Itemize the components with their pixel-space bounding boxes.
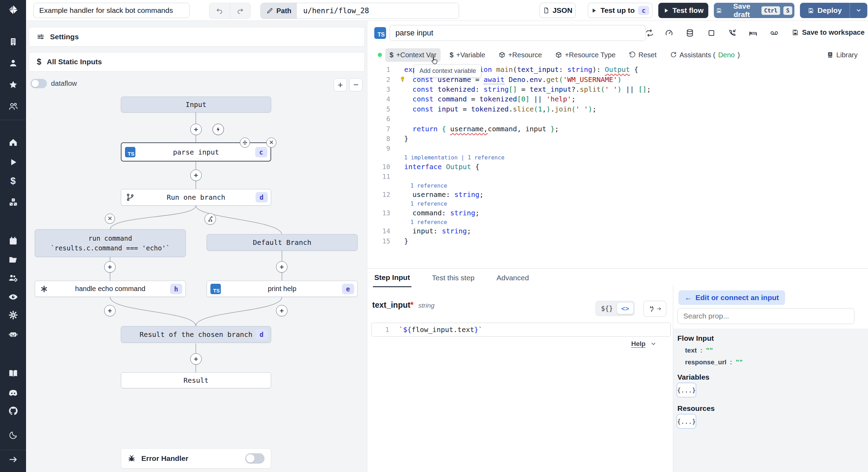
add-step-button[interactable]: +	[276, 261, 287, 273]
dark-mode-moon-icon[interactable]	[8, 430, 18, 440]
redo-button[interactable]	[230, 3, 251, 18]
move-node-button[interactable]	[240, 138, 250, 148]
delete-node-button[interactable]: ✕	[266, 138, 276, 148]
ai-robot-icon[interactable]	[8, 329, 18, 339]
deploy-menu-button[interactable]	[850, 3, 867, 18]
resources-object-button[interactable]: {...}	[677, 414, 696, 429]
flow-node-input[interactable]: Input	[121, 97, 271, 113]
code-line[interactable]: 12 username: string;	[367, 190, 864, 199]
code-line[interactable]: 6	[367, 114, 864, 124]
code-line[interactable]: 13 command: string;	[367, 208, 864, 218]
zoom-out-button[interactable]: −	[349, 78, 362, 91]
error-handler-toggle[interactable]	[245, 453, 265, 464]
help-link[interactable]: Help	[631, 340, 645, 348]
add-variable-button[interactable]: $ +Variable	[445, 48, 490, 62]
flow-node-handle-echo-command[interactable]: handle echo command h	[35, 281, 186, 297]
code-line[interactable]: 14 input: string;	[367, 226, 864, 236]
flow-node-branch-result[interactable]: Result of the chosen branch d	[121, 326, 271, 343]
runs-play-icon[interactable]	[8, 158, 18, 167]
docs-book-icon[interactable]	[8, 368, 18, 379]
path-field[interactable]: Path u/henri/flow_28	[260, 3, 459, 19]
connect-input-plug-button[interactable]	[643, 301, 666, 317]
database-cache-icon[interactable]	[685, 28, 694, 38]
prop-row-text[interactable]: text:""	[685, 347, 713, 354]
flow-node-result[interactable]: Result	[121, 372, 271, 388]
schedules-calendar-icon[interactable]	[8, 236, 18, 246]
discord-icon[interactable]	[8, 388, 18, 399]
add-step-button[interactable]: +	[190, 353, 202, 365]
code-mode-button[interactable]: <>	[617, 303, 633, 314]
test-flow-button[interactable]: Test flow	[658, 3, 708, 18]
variables-dollar-icon[interactable]: $	[10, 176, 16, 187]
codelens[interactable]: 1 reference	[367, 181, 864, 190]
remove-branch-button[interactable]: ✕	[105, 214, 115, 224]
save-draft-button[interactable]: Save draft Ctrl S	[714, 3, 794, 18]
add-resource-type-button[interactable]: +Resource Type	[551, 48, 620, 62]
folders-icon[interactable]	[8, 255, 18, 265]
repeat-retries-icon[interactable]	[645, 28, 654, 38]
flow-node-print-help[interactable]: TS print help e	[207, 281, 358, 297]
tab-test-this-step[interactable]: Test this step	[431, 268, 476, 287]
settings-gear-icon[interactable]	[8, 310, 18, 320]
add-resource-button[interactable]: +Resource	[494, 48, 546, 62]
code-line[interactable]: 4 const command = tokenized[0] || 'help'…	[367, 94, 864, 104]
code-editor[interactable]: 1export async function main(text_input: …	[367, 65, 864, 246]
json-mode-button[interactable]: ${}	[597, 303, 617, 314]
zoom-in-button[interactable]: +	[334, 78, 347, 91]
add-step-button[interactable]: +	[104, 305, 116, 316]
groups-users-icon[interactable]	[8, 101, 18, 111]
windmill-logo-icon[interactable]	[7, 4, 19, 16]
flow-node-default-branch[interactable]: Default Branch	[207, 234, 358, 251]
code-line[interactable]: 9	[367, 143, 864, 153]
codelens[interactable]: 1 implementation | 1 reference	[367, 154, 864, 162]
mock-square-icon[interactable]	[707, 28, 716, 38]
dataflow-toggle[interactable]	[31, 79, 47, 88]
lightbulb-hint-icon[interactable]	[399, 76, 406, 82]
code-line[interactable]: 7 return { username,command, input };	[367, 124, 864, 133]
tab-advanced[interactable]: Advanced	[495, 268, 530, 287]
save-to-workspace-button[interactable]: Save to workspace	[792, 28, 865, 36]
add-step-button[interactable]: +	[190, 124, 202, 135]
favorites-star-icon[interactable]	[8, 80, 18, 90]
flow-title-input[interactable]	[33, 3, 190, 18]
library-button[interactable]: Library	[823, 48, 862, 62]
settings-row[interactable]: Settings	[29, 27, 365, 47]
assistants-button[interactable]: Assistants (Deno)	[666, 48, 744, 62]
step-name-input[interactable]	[390, 25, 646, 41]
path-value[interactable]: u/henri/flow_28	[297, 3, 459, 18]
add-branch-button[interactable]	[205, 213, 216, 225]
codelens[interactable]: 1 reference	[367, 200, 864, 208]
error-handler-row[interactable]: Error Handler	[121, 448, 271, 469]
prop-row-response-url[interactable]: response_url:""	[685, 358, 743, 366]
add-step-button[interactable]: +	[276, 305, 287, 316]
audit-eye-icon[interactable]	[8, 292, 18, 302]
sleep-bed-icon[interactable]	[749, 28, 758, 38]
variables-object-button[interactable]: {...}	[677, 383, 696, 397]
workers-users-gear-icon[interactable]	[8, 273, 18, 283]
code-line[interactable]: 8}	[367, 134, 864, 143]
code-line[interactable]: 15}	[367, 236, 864, 246]
workspace-building-icon[interactable]	[8, 37, 18, 47]
gauge-early-stop-icon[interactable]	[665, 28, 674, 38]
voicemail-icon[interactable]	[769, 28, 779, 38]
edit-or-connect-button[interactable]: ← Edit or connect an input	[678, 290, 785, 305]
add-step-button[interactable]: +	[190, 169, 202, 181]
undo-button[interactable]	[209, 3, 230, 18]
all-static-inputs-row[interactable]: $ All Static Inputs	[29, 52, 365, 72]
flow-node-run-one-branch[interactable]: Run one branch d	[121, 189, 271, 206]
resources-cubes-icon[interactable]	[8, 197, 18, 207]
flow-node-run-command-branch[interactable]: run command `results.c.command === 'echo…	[35, 229, 186, 257]
expression-editor[interactable]: 1 `${flow_input.text}`	[372, 323, 671, 337]
trigger-lightning-button[interactable]	[212, 124, 224, 135]
code-line[interactable]: 10interface Output {	[367, 162, 864, 172]
user-icon[interactable]	[8, 59, 18, 68]
test-up-to-button[interactable]: Test up to c	[588, 3, 652, 18]
search-prop-input[interactable]	[677, 308, 854, 324]
json-button[interactable]: JSON	[540, 3, 576, 18]
phone-suspend-icon[interactable]	[728, 28, 737, 38]
code-line[interactable]: 5 const input = tokenized.slice(1,).join…	[367, 104, 864, 114]
github-icon[interactable]	[8, 406, 18, 416]
code-line[interactable]: 11	[367, 172, 864, 181]
tab-step-input[interactable]: Step Input	[373, 268, 411, 287]
home-icon[interactable]	[8, 138, 18, 148]
